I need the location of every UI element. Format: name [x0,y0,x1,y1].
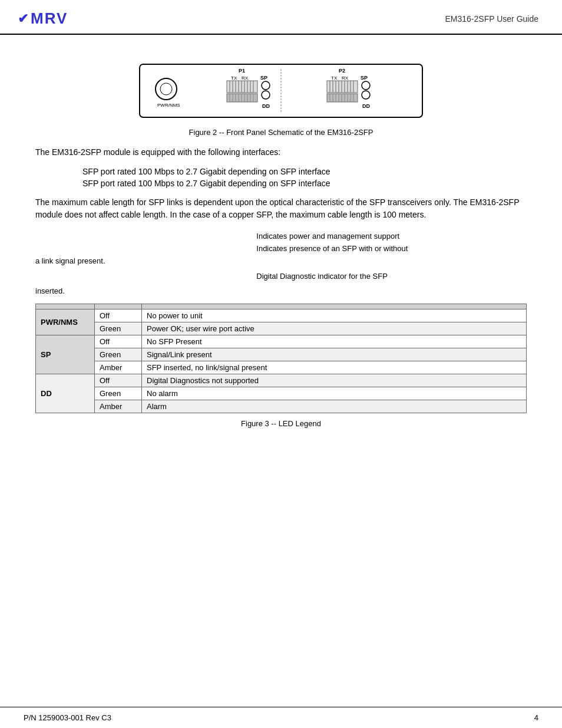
intro-paragraph: The EM316-2SFP module is equipped with t… [35,146,527,159]
svg-rect-36 [327,81,358,93]
table-row: Green Signal/Link present [36,348,527,361]
logo-checkmark: ✔ [18,11,28,27]
table-row: Green No alarm [36,387,527,400]
svg-text:SP: SP [361,75,368,81]
table-row: PWR/NMS Off No power to unit [36,309,527,322]
svg-rect-8 [227,81,257,93]
bullet-item-2: SFP port rated 100 Mbps to 2.7 Gigabit d… [82,179,527,188]
indicator-dd: DD [36,374,95,413]
svg-text:RX: RX [242,75,249,81]
logo-text: MRV [31,9,68,28]
svg-text:SP: SP [260,75,267,81]
svg-text:RX: RX [342,75,349,81]
svg-text:P2: P2 [339,68,345,74]
col-header-color [95,304,142,309]
svg-rect-18 [227,94,257,102]
svg-text:PWR/NMS: PWR/NMS [157,103,180,108]
svg-text:DD: DD [262,103,270,109]
bullet-item-1: SFP port rated 100 Mbps to 2.7 Gigabit d… [82,167,527,176]
footer-right: 4 [534,713,538,722]
figure2-container: PWR/NMS P1 TX RX SP [35,58,527,137]
svg-text:P1: P1 [239,68,245,74]
color-green-3: Green [95,387,142,400]
footer-left: P/N 1259003-001 Rev C3 [24,713,111,722]
led-right-line3: Digital Diagnostic indicator for the SFP [256,271,527,283]
table-row: DD Off Digital Diagnostics not supported [36,374,527,387]
figure2-caption: Figure 2 -- Front Panel Schematic of the… [189,128,373,137]
mrv-logo: ✔ MRV [18,9,68,28]
figure3-caption: Figure 3 -- LED Legend [35,419,527,428]
desc-off-3: Digital Diagnostics not supported [142,374,527,387]
desc-off-1: No power to unit [142,309,527,322]
svg-text:TX: TX [231,75,237,81]
page-footer: P/N 1259003-001 Rev C3 4 [0,707,562,728]
table-row: Green Power OK; user wire port active [36,322,527,335]
desc-off-2: No SFP Present [142,335,527,348]
svg-text:TX: TX [331,75,338,81]
col-header-indicator [36,304,95,309]
document-title: EM316-2SFP User Guide [445,14,538,24]
desc-amber-1: SFP inserted, no link/signal present [142,361,527,374]
color-green-2: Green [95,348,142,361]
led-left-line1: a link signal present. [35,255,256,268]
panel-schematic-svg: PWR/NMS P1 TX RX SP [134,58,428,123]
sfp-bullet-list: SFP port rated 100 Mbps to 2.7 Gigabit d… [82,167,527,188]
table-header-row [36,304,527,309]
logo-area: ✔ MRV [18,9,68,28]
table-row: SP Off No SFP Present [36,335,527,348]
led-right-line2: Indicates presence of an SFP with or wit… [256,243,527,255]
color-amber-2: Amber [95,400,142,413]
cable-paragraph: The maximum cable length for SFP links i… [35,196,527,221]
led-description-area: a link signal present. inserted. Indicat… [35,230,527,298]
led-right-line1: Indicates power and management support [256,230,527,243]
color-green-1: Green [95,322,142,335]
color-off-1: Off [95,309,142,322]
led-left-description: a link signal present. inserted. [35,230,256,298]
led-right-description: Indicates power and management support I… [256,230,527,298]
desc-amber-2: Alarm [142,400,527,413]
svg-rect-46 [327,94,358,102]
desc-green-1: Power OK; user wire port active [142,322,527,335]
table-row: Amber Alarm [36,400,527,413]
color-off-2: Off [95,335,142,348]
col-header-desc [142,304,527,309]
led-table: PWR/NMS Off No power to unit Green Power… [35,304,527,413]
svg-text:DD: DD [362,103,370,109]
desc-green-3: No alarm [142,387,527,400]
color-off-3: Off [95,374,142,387]
led-left-line2: inserted. [35,285,256,298]
table-row: Amber SFP inserted, no link/signal prese… [36,361,527,374]
desc-green-2: Signal/Link present [142,348,527,361]
main-content: PWR/NMS P1 TX RX SP [0,35,562,440]
page-header: ✔ MRV EM316-2SFP User Guide [0,0,562,35]
indicator-sp: SP [36,335,95,374]
indicator-pwr: PWR/NMS [36,309,95,335]
color-amber-1: Amber [95,361,142,374]
